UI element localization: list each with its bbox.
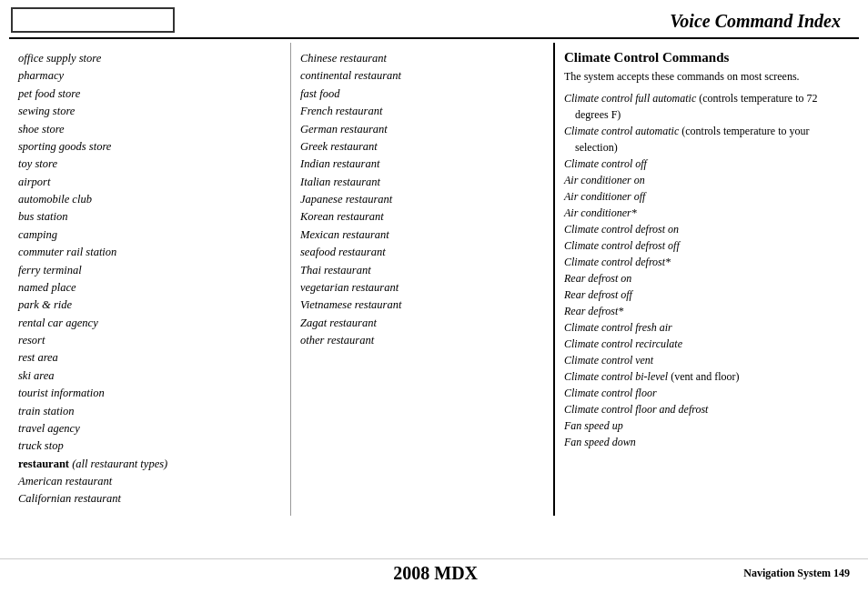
climate-command-item: Climate control bi-level (vent and floor… (564, 368, 846, 385)
list-item: other restaurant (300, 332, 544, 349)
list-item: pet food store (18, 85, 281, 103)
search-input-box[interactable] (11, 7, 175, 33)
list-item: bus station (18, 208, 281, 226)
list-item: rental car agency (18, 315, 281, 332)
list-item: park & ride (18, 296, 281, 314)
list-item: Italian restaurant (300, 174, 544, 191)
list-item: ski area (18, 367, 281, 385)
list-item: camping (18, 226, 281, 244)
column-2: Chinese restaurantcontinental restaurant… (291, 43, 555, 516)
list-item: Japanese restaurant (300, 191, 544, 208)
list-item: seafood restaurant (300, 244, 544, 261)
climate-command-item: Climate control off (564, 156, 846, 172)
footer-model: 2008 MDX (127, 563, 743, 584)
climate-commands-list: Climate control full automatic (controls… (564, 90, 846, 450)
climate-section-title: Climate Control Commands (564, 50, 846, 65)
list-item: automobile club (18, 191, 281, 208)
list-item: ferry terminal (18, 262, 281, 279)
climate-command-item: Air conditioner off (564, 188, 846, 205)
climate-command-item: Fan speed down (564, 434, 846, 450)
list-item: continental restaurant (300, 67, 544, 85)
list-item: Vietnamese restaurant (300, 296, 544, 314)
list-item: airport (18, 174, 281, 191)
column-3-climate: Climate Control Commands The system acce… (555, 43, 855, 516)
list-item: pharmacy (18, 67, 281, 85)
list-item: vegetarian restaurant (300, 279, 544, 296)
climate-command-item: Rear defrost on (564, 270, 846, 286)
list-item: tourist information (18, 385, 281, 402)
list-item: sewing store (18, 103, 281, 120)
list-item: sporting goods store (18, 138, 281, 156)
climate-command-item: Climate control vent (564, 352, 846, 368)
list-item: commuter rail station (18, 244, 281, 261)
climate-command-item: Climate control defrost on (564, 221, 846, 237)
list-item: Greek restaurant (300, 138, 544, 156)
page-footer: 2008 MDX Navigation System 149 (0, 558, 868, 584)
climate-command-item: Fan speed up (564, 417, 846, 434)
list-item: Californian restaurant (18, 490, 281, 508)
climate-command-item: Climate control defrost* (564, 254, 846, 270)
climate-command-item: Climate control recirculate (564, 336, 846, 352)
climate-command-item: Air conditioner* (564, 205, 846, 221)
climate-command-item: Air conditioner on (564, 172, 846, 188)
list-item: Zagat restaurant (300, 315, 544, 332)
climate-command-item: Climate control defrost off (564, 237, 846, 254)
list-item: American restaurant (18, 473, 281, 490)
climate-command-item: Rear defrost off (564, 286, 846, 303)
climate-intro-text: The system accepts these commands on mos… (564, 69, 846, 85)
list-item: truck stop (18, 437, 281, 455)
list-item: Indian restaurant (300, 156, 544, 173)
climate-command-item: Climate control floor (564, 385, 846, 401)
climate-command-item: Climate control fresh air (564, 319, 846, 336)
list-item: toy store (18, 156, 281, 173)
climate-command-item: Climate control automatic (controls temp… (564, 123, 846, 156)
list-item: restaurant (all restaurant types) (18, 456, 281, 473)
climate-command-item: Climate control floor and defrost (564, 401, 846, 417)
climate-command-item: Rear defrost* (564, 303, 846, 319)
list-item: rest area (18, 349, 281, 367)
list-item: Thai restaurant (300, 262, 544, 279)
list-item: travel agency (18, 420, 281, 437)
column-1: office supply storepharmacypet food stor… (9, 43, 291, 516)
list-item: resort (18, 332, 281, 349)
list-item: Mexican restaurant (300, 226, 544, 244)
list-item: fast food (300, 85, 544, 103)
list-item: office supply store (18, 50, 281, 67)
list-item: shoe store (18, 121, 281, 138)
footer-page-number: Navigation System 149 (743, 567, 850, 580)
list-item: named place (18, 279, 281, 296)
climate-command-item: Climate control full automatic (controls… (564, 90, 846, 123)
list-item: Chinese restaurant (300, 50, 544, 67)
main-content: office supply storepharmacypet food stor… (0, 43, 868, 516)
list-item: train station (18, 403, 281, 420)
list-item: French restaurant (300, 103, 544, 120)
list-item: German restaurant (300, 121, 544, 138)
list-item: Korean restaurant (300, 208, 544, 226)
